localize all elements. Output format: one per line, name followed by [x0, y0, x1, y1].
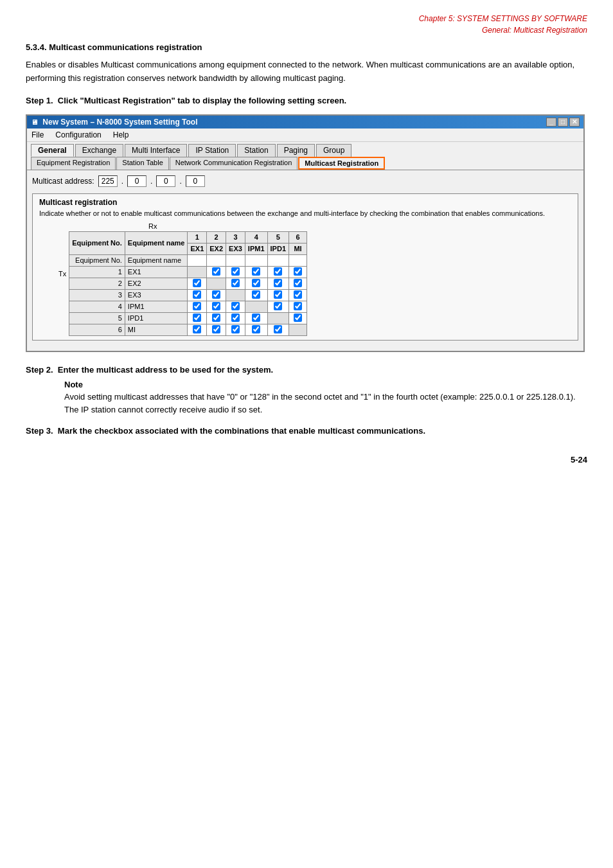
cb-cell-2-4[interactable] [267, 278, 289, 289]
col-5-header: 5 [267, 231, 289, 243]
checkbox-4-2[interactable] [231, 302, 240, 310]
tab-group[interactable]: Group [316, 144, 351, 157]
cb-cell-5-2[interactable] [226, 312, 245, 324]
row-name-5: IPD1 [125, 312, 188, 324]
cb-cell-1-3[interactable] [245, 266, 267, 278]
checkbox-2-2[interactable] [231, 279, 240, 287]
tab-multi-interface[interactable]: Multi Interface [125, 144, 187, 157]
checkbox-4-1[interactable] [212, 302, 220, 310]
cb-cell-6-2[interactable] [226, 324, 245, 335]
checkbox-5-1[interactable] [212, 314, 220, 322]
checkbox-6-2[interactable] [231, 325, 240, 333]
addr-octet2[interactable] [127, 175, 147, 187]
cb-cell-4-4[interactable] [267, 301, 289, 312]
checkbox-1-4[interactable] [274, 267, 282, 276]
close-button[interactable]: ✕ [569, 118, 580, 127]
header-cell-4 [267, 254, 289, 266]
checkbox-6-1[interactable] [212, 325, 220, 333]
col-ipd1-header: IPD1 [267, 243, 289, 254]
cb-cell-6-3[interactable] [245, 324, 267, 335]
tx-label: Tx [58, 270, 66, 278]
checkbox-5-0[interactable] [193, 314, 201, 322]
checkbox-3-0[interactable] [193, 290, 201, 299]
cb-cell-5-1[interactable] [207, 312, 226, 324]
checkbox-1-1[interactable] [212, 267, 220, 276]
cb-cell-4-2[interactable] [226, 301, 245, 312]
cb-cell-4-5[interactable] [289, 301, 307, 312]
cb-cell-6-1[interactable] [207, 324, 226, 335]
cb-cell-2-0[interactable] [188, 278, 207, 289]
checkbox-4-4[interactable] [274, 302, 282, 310]
cb-cell-3-4[interactable] [267, 289, 289, 301]
col-4-header: 4 [245, 231, 267, 243]
cb-cell-5-0[interactable] [188, 312, 207, 324]
menu-configuration[interactable]: Configuration [53, 130, 103, 140]
addr-octet1[interactable] [98, 175, 118, 187]
checkbox-2-5[interactable] [294, 279, 302, 287]
checkbox-3-1[interactable] [212, 290, 220, 299]
checkbox-6-3[interactable] [252, 325, 260, 333]
checkbox-6-4[interactable] [274, 325, 282, 333]
tab-equipment-registration[interactable]: Equipment Registration [31, 157, 116, 170]
addr-octet3[interactable] [156, 175, 175, 187]
rx-label: Rx [148, 222, 157, 230]
minimize-button[interactable]: _ [546, 118, 556, 127]
cb-cell-5-5[interactable] [289, 312, 307, 324]
tab-multicast-registration[interactable]: Multicast Registration [298, 157, 385, 170]
addr-octet4[interactable] [186, 175, 205, 187]
checkbox-4-5[interactable] [294, 302, 302, 310]
cb-cell-1-5[interactable] [289, 266, 307, 278]
cb-cell-2-2[interactable] [226, 278, 245, 289]
checkbox-2-4[interactable] [274, 279, 282, 287]
checkbox-5-5[interactable] [294, 314, 302, 322]
cb-cell-2-5[interactable] [289, 278, 307, 289]
row-num-2: 2 [69, 278, 125, 289]
menu-help[interactable]: Help [111, 130, 131, 140]
checkbox-1-5[interactable] [294, 267, 302, 276]
cb-cell-4-0[interactable] [188, 301, 207, 312]
tab-exchange[interactable]: Exchange [75, 144, 123, 157]
step3-label: Step 3. Mark the checkbox associated wit… [26, 426, 587, 436]
maximize-button[interactable]: □ [558, 118, 568, 127]
tab-station[interactable]: Station [237, 144, 275, 157]
cb-cell-6-5 [289, 324, 307, 335]
cb-cell-3-1[interactable] [207, 289, 226, 301]
cb-cell-4-3 [245, 301, 267, 312]
checkbox-3-4[interactable] [274, 290, 282, 299]
tab-station-table[interactable]: Station Table [116, 157, 168, 170]
row-name-2: EX2 [125, 278, 188, 289]
cb-cell-4-1[interactable] [207, 301, 226, 312]
tab-ip-station[interactable]: IP Station [188, 144, 236, 157]
cb-cell-1-4[interactable] [267, 266, 289, 278]
menu-file[interactable]: File [30, 130, 46, 140]
checkbox-5-3[interactable] [252, 314, 260, 322]
cb-cell-6-4[interactable] [267, 324, 289, 335]
header-cell-1 [207, 254, 226, 266]
cb-cell-3-5[interactable] [289, 289, 307, 301]
cb-cell-1-0 [188, 266, 207, 278]
tabs-row-1: General Exchange Multi Interface IP Stat… [27, 142, 583, 157]
checkbox-4-0[interactable] [193, 302, 201, 310]
checkbox-1-3[interactable] [252, 267, 260, 276]
cb-cell-6-0[interactable] [188, 324, 207, 335]
cb-cell-3-0[interactable] [188, 289, 207, 301]
cb-cell-1-1[interactable] [207, 266, 226, 278]
cb-cell-3-3[interactable] [245, 289, 267, 301]
tab-network-communication[interactable]: Network Communication Registration [170, 157, 298, 170]
tab-general[interactable]: General [31, 144, 74, 157]
matrix-container: Tx Equipment No. Equipment name 1 2 3 4 … [58, 231, 307, 336]
multicast-address-label: Multicast address: [32, 177, 94, 186]
tab-paging[interactable]: Paging [277, 144, 315, 157]
cb-cell-5-3[interactable] [245, 312, 267, 324]
row-num-6: 6 [69, 324, 125, 335]
checkbox-3-3[interactable] [252, 290, 260, 299]
row-name-4: IPM1 [125, 301, 188, 312]
checkbox-3-5[interactable] [294, 290, 302, 299]
checkbox-5-2[interactable] [231, 314, 240, 322]
checkbox-2-3[interactable] [252, 279, 260, 287]
checkbox-6-0[interactable] [193, 325, 201, 333]
cb-cell-1-2[interactable] [226, 266, 245, 278]
checkbox-1-2[interactable] [231, 267, 240, 276]
checkbox-2-0[interactable] [193, 279, 201, 287]
cb-cell-2-3[interactable] [245, 278, 267, 289]
